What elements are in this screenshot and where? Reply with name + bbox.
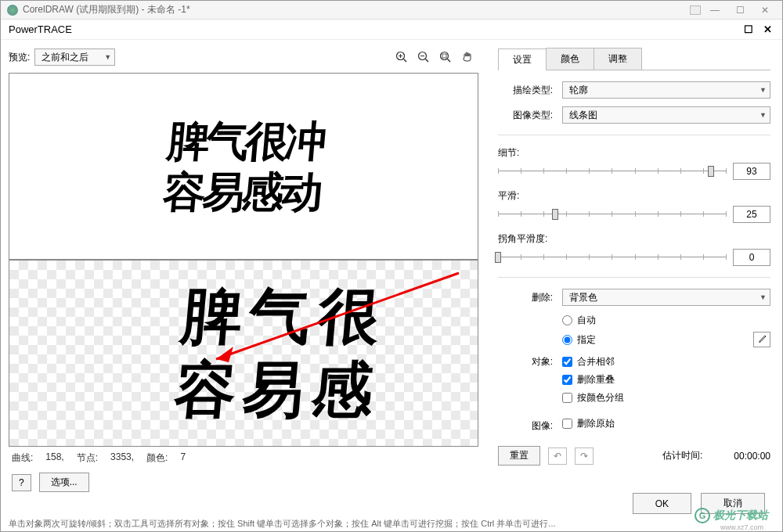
corner-value[interactable]: 0 — [733, 249, 770, 266]
window-minimize-button[interactable]: — — [704, 4, 726, 16]
svg-rect-9 — [442, 54, 446, 58]
colors-label: 颜色: — [146, 451, 168, 465]
sample-text-before: 脾气很冲 容易感动 — [161, 116, 326, 217]
sample-text-after: 脾 气 很 容 易 感 — [171, 280, 378, 426]
trace-type-combo[interactable]: 轮廓▼ — [562, 81, 770, 99]
remove-auto-radio[interactable] — [562, 315, 572, 325]
smooth-value[interactable]: 25 — [733, 206, 770, 223]
help-button[interactable]: ? — [12, 474, 31, 491]
corner-slider[interactable] — [498, 250, 727, 264]
curves-label: 曲线: — [12, 451, 33, 465]
chevron-down-icon: ▼ — [760, 86, 767, 94]
tab-adjust[interactable]: 调整 — [594, 48, 642, 70]
preview-label: 预览: — [9, 51, 30, 64]
pan-hand-icon[interactable] — [459, 49, 476, 66]
tab-settings[interactable]: 设置 — [498, 49, 547, 70]
preview-toolbar: 预览: 之前和之后 ▼ — [9, 46, 478, 68]
preview-mode-combo[interactable]: 之前和之后 ▼ — [34, 49, 115, 66]
merge-adjacent-checkbox[interactable] — [562, 357, 572, 367]
ok-button[interactable]: OK — [633, 493, 691, 514]
object-label: 对象: — [498, 355, 553, 368]
preview-after[interactable]: 脾 气 很 容 易 感 — [9, 261, 478, 446]
svg-line-8 — [448, 59, 451, 63]
dialog-titlebar: PowerTRACE ☐ ✕ — [1, 20, 782, 40]
delete-original-checkbox[interactable] — [562, 419, 572, 429]
remove-overlap-checkbox[interactable] — [562, 375, 572, 385]
nodes-label: 节点: — [77, 451, 98, 465]
zoom-fit-icon[interactable] — [437, 49, 454, 66]
redo-icon[interactable]: ↷ — [575, 448, 594, 465]
remove-combo[interactable]: 背景色▼ — [562, 289, 770, 306]
est-time-label: 估计时间: — [662, 449, 702, 462]
detail-value[interactable]: 93 — [733, 163, 770, 180]
est-time-value: 00:00:00 — [734, 451, 770, 462]
image-type-label: 图像类型: — [498, 109, 553, 122]
svg-line-1 — [404, 59, 407, 63]
window-maximize-button[interactable]: ☐ — [729, 4, 751, 16]
group-by-color-checkbox[interactable] — [562, 393, 572, 403]
dialog-title: PowerTRACE — [9, 23, 72, 35]
chevron-down-icon: ▼ — [760, 293, 767, 301]
trace-type-label: 描绘类型: — [498, 84, 553, 97]
window-close-button[interactable]: ✕ — [754, 4, 776, 16]
app-title: CorelDRAW (试用期限到期) - 未命名 -1* — [23, 3, 190, 16]
status-hint: 单击对象两次可旋转/倾斜；双击工具可选择所有对象；按住 Shift 键单击可选择… — [9, 518, 774, 530]
settings-tabs: 设置 颜色 调整 — [498, 48, 770, 70]
chevron-down-icon: ▼ — [760, 111, 767, 119]
tab-colors[interactable]: 颜色 — [546, 48, 594, 70]
detail-label: 细节: — [498, 146, 770, 160]
corner-label: 拐角平滑度: — [498, 232, 770, 246]
preview-panel: 脾气很冲 容易感动 脾 气 很 容 易 感 — [9, 73, 478, 447]
remove-auto-label: 自动 — [577, 314, 596, 327]
detail-slider[interactable] — [498, 164, 727, 178]
zoom-out-icon[interactable] — [415, 49, 432, 66]
undo-icon[interactable]: ↶ — [548, 448, 567, 465]
nodes-value: 3353, — [110, 451, 134, 465]
curves-value: 158, — [45, 451, 63, 465]
smooth-slider[interactable] — [498, 207, 727, 221]
chevron-down-icon: ▼ — [104, 53, 111, 61]
remove-label: 删除: — [498, 291, 553, 304]
preview-before[interactable]: 脾气很冲 容易感动 — [9, 74, 478, 261]
cancel-button[interactable]: 取消 — [701, 493, 765, 514]
dialog-maximize-button[interactable]: ☐ — [742, 23, 756, 36]
dialog-close-button[interactable]: ✕ — [760, 23, 774, 36]
remove-specify-radio[interactable] — [562, 335, 572, 345]
zoom-in-icon[interactable] — [393, 49, 410, 66]
stats-bar: 曲线: 158, 节点: 3353, 颜色: 7 — [9, 447, 478, 469]
window-restore-small-icon[interactable] — [690, 5, 701, 15]
image-type-combo[interactable]: 线条图▼ — [562, 106, 770, 124]
svg-line-5 — [426, 59, 429, 63]
preview-mode-value: 之前和之后 — [41, 51, 88, 64]
app-icon — [7, 5, 18, 16]
colors-value: 7 — [180, 451, 186, 465]
remove-specify-label: 指定 — [577, 333, 596, 347]
image-opt-label: 图像: — [498, 419, 553, 433]
svg-point-7 — [441, 52, 449, 60]
app-titlebar: CorelDRAW (试用期限到期) - 未命名 -1* — ☐ ✕ — [1, 1, 782, 20]
reset-button[interactable]: 重置 — [498, 446, 540, 466]
options-button[interactable]: 选项... — [39, 473, 89, 492]
color-picker-button[interactable] — [753, 332, 770, 347]
smooth-label: 平滑: — [498, 189, 770, 203]
